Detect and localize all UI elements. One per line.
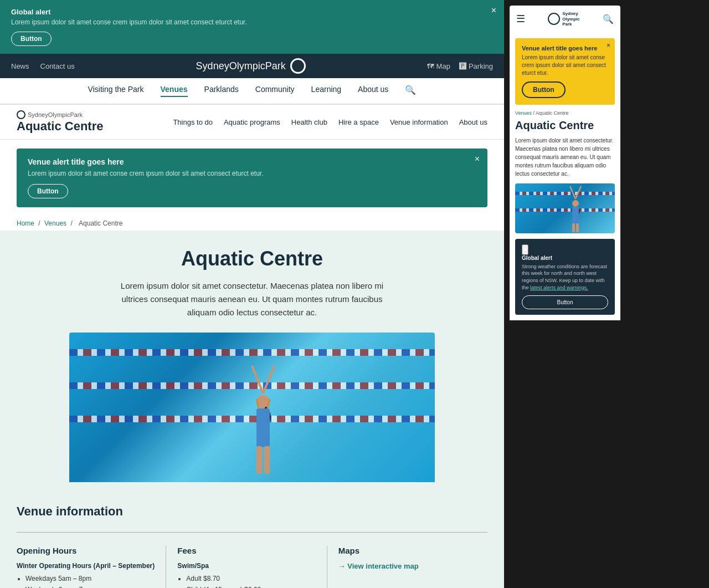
opening-hours-item: Weekends 6am – 7pm <box>25 584 155 588</box>
sub-header: SydneyOlympicPark Aquatic Centre Things … <box>0 105 504 140</box>
hamburger-icon[interactable]: ☰ <box>516 13 525 25</box>
svg-line-8 <box>570 186 576 199</box>
opening-hours-list: Weekdays 5am – 8pm Weekends 6am – 7pm Pu… <box>17 573 155 588</box>
fees-item: Adult $8.70 <box>186 573 315 584</box>
venue-alert: × Venue alert title goes here Lorem ipsu… <box>17 149 487 207</box>
subnav-hire[interactable]: Hire a space <box>338 118 379 126</box>
rp-venue-alert-button[interactable]: Button <box>522 81 566 98</box>
map-link[interactable]: 🗺 Map <box>427 62 450 70</box>
global-alert-title: Global alert <box>11 8 493 16</box>
lane-line-1 <box>69 349 435 356</box>
venue-alert-close-button[interactable]: × <box>475 154 480 164</box>
logo-text: SydneyOlympicPark <box>196 60 286 72</box>
nav-visiting[interactable]: Visiting the Park <box>88 85 144 97</box>
venue-info-columns: Opening Hours Winter Operating Hours (Ap… <box>17 546 487 588</box>
svg-line-0 <box>252 366 263 393</box>
nav-contact-link[interactable]: Contact us <box>40 62 75 70</box>
parking-link[interactable]: 🅿 Parking <box>459 62 493 70</box>
logo-circle-icon <box>290 58 306 74</box>
venue-alert-button[interactable]: Button <box>28 184 68 198</box>
site-logo[interactable]: SydneyOlympicPark <box>196 58 306 74</box>
nav-news-link[interactable]: News <box>11 62 29 70</box>
sub-nav: Things to do Aquatic programs Health clu… <box>173 118 487 126</box>
page-name-centre: Centre <box>65 119 104 133</box>
global-alert-close-button[interactable]: × <box>491 6 496 16</box>
rp-page-title: Aquatic Centre <box>515 119 615 132</box>
swimmer-figure <box>241 360 285 482</box>
rp-breadcrumb-venues[interactable]: Venues <box>515 110 532 116</box>
svg-line-9 <box>576 186 581 199</box>
top-nav-links: News Contact us <box>11 62 75 70</box>
rp-global-alert-title: Global alert <box>522 255 608 261</box>
svg-rect-11 <box>572 207 579 224</box>
sub-header-logo: SydneyOlympicPark Aquatic Centre <box>17 110 103 134</box>
svg-point-10 <box>572 200 579 207</box>
svg-rect-7 <box>264 446 270 474</box>
right-panel: ☰ Sydney Olympic Park 🔍 × Venue alert ti… <box>504 0 626 588</box>
maps-title: Maps <box>338 546 476 555</box>
fees-col: Fees Swim/Spa Adult $8.70 Child (4 –15 y… <box>177 546 327 588</box>
sub-logo-circle <box>17 110 25 119</box>
subnav-things[interactable]: Things to do <box>173 118 213 126</box>
breadcrumb-current: Aquatic Centre <box>79 219 122 227</box>
subnav-aquatic[interactable]: Aquatic programs <box>224 118 280 126</box>
svg-rect-3 <box>256 408 270 447</box>
rp-content: × Venue alert title goes here Lorem ipsu… <box>510 33 620 320</box>
rp-topbar: ☰ Sydney Olympic Park 🔍 <box>510 6 620 33</box>
hero-section: Aquatic Centre Lorem ipsum dolor sit ame… <box>0 231 504 482</box>
fees-list: Adult $8.70 Child (4 –15 years) $6.60 Co… <box>177 573 315 588</box>
pool-hero-image <box>69 333 435 482</box>
subnav-about[interactable]: About us <box>459 118 487 126</box>
venue-info-title: Venue information <box>17 504 487 519</box>
parking-icon: 🅿 <box>459 62 466 70</box>
svg-rect-12 <box>572 223 575 232</box>
rp-venue-alert-close-button[interactable]: × <box>607 42 610 49</box>
rp-venue-alert: × Venue alert title goes here Lorem ipsu… <box>515 38 615 105</box>
breadcrumb-venues[interactable]: Venues <box>44 219 66 227</box>
global-alert-bar: × Global alert Lorem ipsum dolor sit ame… <box>0 0 504 54</box>
subnav-venue[interactable]: Venue information <box>390 118 448 126</box>
page-title: Aquatic Centre <box>11 247 493 270</box>
nav-about[interactable]: About us <box>358 85 388 97</box>
rp-venue-alert-text: Lorem ipsum dolor sit amet conse crem ip… <box>522 54 608 77</box>
opening-hours-col: Opening Hours Winter Operating Hours (Ap… <box>17 546 166 588</box>
breadcrumb-sep2: / <box>70 219 74 227</box>
top-nav-right: 🗺 Map 🅿 Parking <box>427 62 493 70</box>
global-alert-text: Lorem ipsum dolor sit amet conse crem ip… <box>11 18 493 26</box>
nav-parklands[interactable]: Parklands <box>204 85 239 97</box>
fees-title: Fees <box>177 546 315 555</box>
global-alert-button[interactable]: Button <box>11 32 52 46</box>
nav-venues[interactable]: Venues <box>161 85 188 97</box>
breadcrumb: Home / Venues / Aquatic Centre <box>0 216 504 231</box>
view-interactive-map-link[interactable]: → View interactive map <box>338 562 476 570</box>
svg-line-1 <box>263 366 274 393</box>
rp-global-alert: × Global alert Strong weather conditions… <box>515 239 615 315</box>
rp-logo-circle-icon <box>548 13 560 25</box>
fees-item: Child (4 –15 years) $6.60 <box>186 584 315 588</box>
search-icon[interactable]: 🔍 <box>405 85 416 97</box>
main-nav: Visiting the Park Venues Parklands Commu… <box>0 78 504 105</box>
rp-description: Lorem ipsum dolor sit amet consectetur. … <box>515 136 615 178</box>
svg-rect-13 <box>576 223 579 232</box>
subnav-health[interactable]: Health club <box>291 118 327 126</box>
nav-learning[interactable]: Learning <box>311 85 342 97</box>
breadcrumb-home[interactable]: Home <box>17 219 34 227</box>
hero-description: Lorem ipsum dolor sit amet consectetur. … <box>114 279 391 319</box>
rp-venue-alert-title: Venue alert title goes here <box>522 45 608 52</box>
rp-swimmer-figure <box>564 183 587 233</box>
map-icon: 🗺 <box>427 62 434 70</box>
opening-hours-title: Opening Hours <box>17 546 155 555</box>
rp-search-icon[interactable]: 🔍 <box>603 14 614 24</box>
rp-breadcrumb: Venues / Aquatic Centre <box>515 110 615 116</box>
rp-global-alert-close-button[interactable]: × <box>522 244 528 255</box>
rp-breadcrumb-current: Aquatic Centre <box>536 110 569 116</box>
rp-logo-text: Sydney Olympic Park <box>562 11 580 27</box>
rp-global-alert-button[interactable]: Button <box>522 295 608 309</box>
top-nav: News Contact us SydneyOlympicPark 🗺 Map … <box>0 54 504 78</box>
nav-community[interactable]: Community <box>255 85 295 97</box>
svg-rect-6 <box>256 446 262 474</box>
page-name-aquatic: Aquatic <box>17 119 65 133</box>
rp-global-alert-link[interactable]: latest alerts and warnings. <box>530 285 588 290</box>
rp-pool-image <box>515 183 615 233</box>
maps-col: Maps → View interactive map <box>338 546 487 588</box>
